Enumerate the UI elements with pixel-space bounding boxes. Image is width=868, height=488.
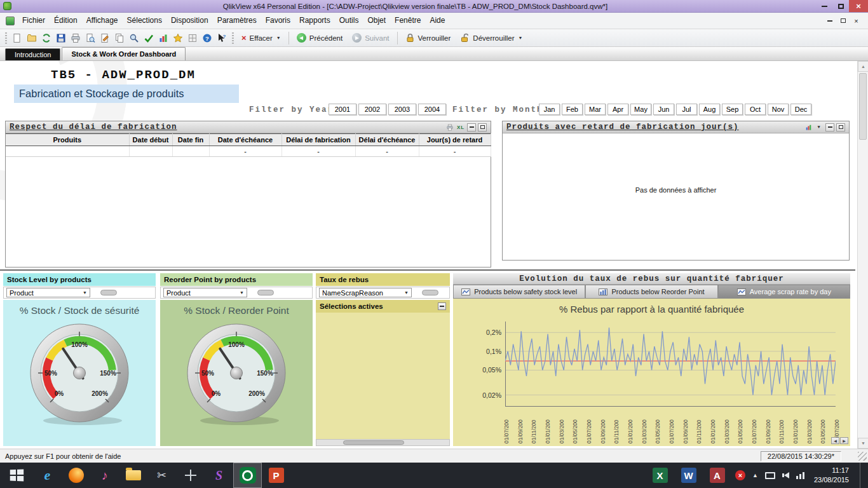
product-dropdown[interactable]: Product ▼ [6,288,90,297]
word-icon[interactable]: W [674,463,703,488]
effacer-button[interactable]: × Effacer ▼ [237,31,285,45]
button-products-below-safety-stock-level[interactable]: Products below safety stock level [453,285,585,299]
column-header-produits[interactable]: Produits [6,134,129,146]
menu-favoris[interactable]: Favoris [261,13,295,29]
column-header-jour-s-de-retard[interactable]: Jour(s) de retard [419,134,491,146]
deverrouiller-button[interactable]: Déverrouiller ▼ [456,31,527,45]
column-header-delai-de-fabrication[interactable]: Délai de fabrication [281,134,355,146]
scrollbar-pill[interactable] [100,290,117,295]
help-icon[interactable]: ? [200,31,214,45]
context-help-icon[interactable]: ? [215,31,229,45]
scrollbar-pill[interactable] [257,290,274,295]
fast-change-icon[interactable] [804,123,813,132]
media-player-icon[interactable]: ♪ [90,463,119,488]
open-folder-icon[interactable] [25,31,39,45]
excel-icon[interactable]: X [646,463,674,488]
column-header-date-d-echeance[interactable]: Date d'échéance [209,134,281,146]
scrap-reason-dropdown[interactable]: NameScrapReason ▼ [319,288,412,297]
button-products-below-reorder-point[interactable]: Products below Reorder Point [585,285,717,299]
scrollbar-thumb[interactable] [859,73,867,140]
firefox-icon[interactable] [62,463,90,488]
scroll-right-icon[interactable]: ▶ [840,437,848,444]
powerpoint-icon[interactable]: P [262,463,290,488]
printer-icon[interactable] [445,123,454,132]
excel-export-icon[interactable]: XL [456,123,465,132]
minimize-icon[interactable] [825,123,834,132]
current-selections-icon[interactable] [142,31,156,45]
start-button[interactable] [0,463,33,488]
document-icon[interactable] [6,17,15,25]
new-document-icon[interactable] [10,31,24,45]
button-average-scrap-rate-by-day[interactable]: Average scrap rate by day [718,285,850,299]
child-close-icon[interactable]: × [851,16,862,25]
column-header-date-debut[interactable]: Date début [129,134,172,146]
print-icon[interactable] [69,31,83,45]
resize-grip[interactable] [858,452,867,461]
column-header-delai-d-echeance[interactable]: Délai d'échéance [355,134,419,146]
security-alert-icon[interactable]: × [735,470,745,480]
minimize-icon[interactable] [438,302,446,310]
volume-icon[interactable] [782,472,789,478]
scroll-up-icon[interactable]: ▲ [858,61,868,72]
month-button-jul[interactable]: Jul [676,104,697,115]
caret-down-icon[interactable]: ▼ [815,123,824,132]
column-header-date-fin[interactable]: Date fin [172,134,209,146]
reload-icon[interactable] [39,31,53,45]
design-grid-icon[interactable] [186,31,200,45]
menu-edition[interactable]: Édition [50,13,82,29]
snipping-tool-icon[interactable]: ✂ [147,463,176,488]
quick-chart-icon[interactable] [156,31,170,45]
precedent-button[interactable]: Précédent [292,31,347,45]
minimize-icon[interactable] [467,123,476,132]
month-button-aug[interactable]: Aug [699,104,720,115]
scroll-left-icon[interactable]: ◀ [831,437,839,444]
retard-panel-caption[interactable]: Produits avec retard de fabrication jour… [503,121,849,133]
current-selections-caption[interactable]: Sélections actives [316,300,450,313]
maximize-icon[interactable] [478,123,487,132]
menu-selections[interactable]: Sélections [123,13,166,29]
reorder-caption[interactable]: Reorder Point by products [160,273,313,286]
display-icon[interactable] [765,472,775,479]
edit-script-icon[interactable] [98,31,112,45]
scrap-chart-caption[interactable]: Evolution du taux de rebus sur quantité … [453,273,850,285]
menu-fenetre[interactable]: Fenêtre [390,13,425,29]
month-button-nov[interactable]: Nov [768,104,789,115]
menu-aide[interactable]: Aide [425,13,449,29]
month-button-oct[interactable]: Oct [745,104,766,115]
window-close-button[interactable]: × [849,0,868,12]
menu-outils[interactable]: Outils [335,13,363,29]
search-icon[interactable] [127,31,141,45]
menu-fichier[interactable]: Fichier [18,13,50,29]
scroll-down-icon[interactable]: ▼ [858,438,868,449]
purple-swirl-app-icon[interactable]: S [205,463,233,488]
chevron-up-icon[interactable]: ▲ [752,472,758,478]
year-button-2002[interactable]: 2002 [358,104,386,115]
menu-affichage[interactable]: Affichage [82,13,123,29]
child-minimize-icon[interactable] [824,16,835,25]
delay-table-caption[interactable]: Respect du délai de fabrication XL [6,121,491,133]
menu-disposition[interactable]: Disposition [166,13,213,29]
taskbar-clock[interactable]: 11:17 23/08/2015 [814,466,849,485]
verrouiller-button[interactable]: Verrouiller [401,31,456,45]
copy-icon[interactable] [112,31,126,45]
show-desktop-button[interactable] [860,463,864,488]
toolbar-grip[interactable] [5,32,7,44]
month-button-may[interactable]: May [630,104,651,115]
print-preview-icon[interactable] [83,31,97,45]
network-icon[interactable] [796,472,804,479]
access-icon[interactable]: A [703,463,731,488]
internet-explorer-icon[interactable]: e [33,463,62,488]
year-button-2003[interactable]: 2003 [388,104,416,115]
qlikview-taskbar-icon[interactable] [233,463,262,488]
menu-objet[interactable]: Objet [363,13,390,29]
scrollbar-pill[interactable] [422,290,438,295]
tab-stock-work-order-dashboard[interactable]: Stock & Work Order Dashboard [62,47,186,60]
month-button-jun[interactable]: Jun [653,104,674,115]
menu-rapports[interactable]: Rapports [295,13,335,29]
rebus-caption[interactable]: Taux de rebus [316,273,450,286]
vertical-scrollbar[interactable]: ▲ ▼ [857,61,868,449]
year-button-2001[interactable]: 2001 [329,104,356,115]
month-button-dec[interactable]: Dec [790,104,811,115]
scrollbar-thumb[interactable] [343,440,404,445]
save-icon[interactable] [54,31,68,45]
